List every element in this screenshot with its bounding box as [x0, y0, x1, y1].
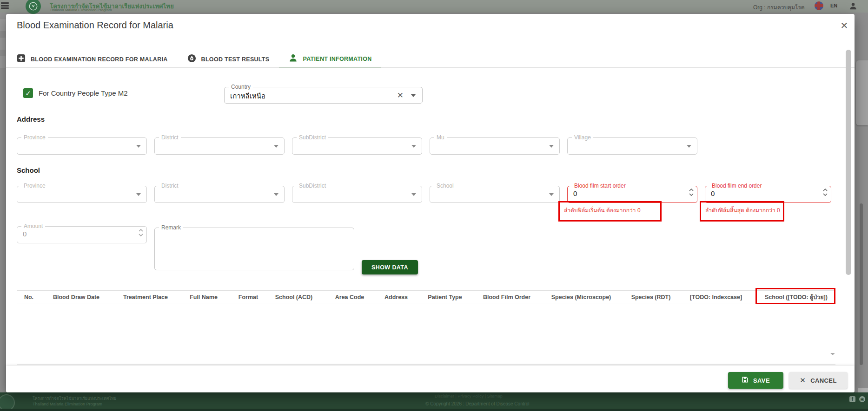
- footer-copyright: © Copyright 2026 : Department of Disease…: [425, 401, 530, 406]
- school-district-select[interactable]: District: [154, 186, 285, 203]
- app-subtitle: Thailand Malaria Elimination Program: [50, 8, 112, 12]
- blood-film-start-order-input[interactable]: Blood film start order 0: [567, 186, 697, 203]
- col-blood-film-order: Blood Film Order: [478, 294, 536, 300]
- clear-icon[interactable]: ✕: [397, 91, 404, 100]
- background-scrollbar[interactable]: [860, 203, 863, 365]
- country-select[interactable]: Country เกาหลีเหนือ ✕: [224, 87, 423, 104]
- medical-cross-icon: [17, 54, 26, 65]
- address-row: Province District SubDistrict Mu Village: [17, 137, 697, 155]
- blood-film-end-order-input[interactable]: Blood film end order 0: [705, 186, 831, 203]
- col-blood-draw-date: Blood Draw Date: [41, 294, 112, 300]
- cancel-button[interactable]: ✕ CANCEL: [789, 372, 848, 389]
- save-button[interactable]: SAVE: [728, 372, 783, 389]
- col-todo-indexcase: [TODO: Indexcase]: [675, 294, 757, 300]
- chevron-down-icon: [136, 193, 141, 196]
- remark-field[interactable]: Remark: [154, 228, 354, 270]
- background-panel-sliver: [856, 60, 868, 125]
- chevron-down-icon: [274, 145, 278, 148]
- modal-scrollbar[interactable]: [846, 50, 851, 275]
- tab-blood-examination-record[interactable]: BLOOD EXAMINATION RECORD FOR MALARIA: [17, 51, 178, 67]
- col-no: No.: [17, 294, 41, 300]
- col-patient-type: Patient Type: [412, 294, 478, 300]
- scroll-down-icon[interactable]: [830, 353, 835, 355]
- start-order-error: ลำดับฟิล์มเริ่มต้น ต้องมากกว่า 0: [560, 202, 660, 215]
- location-icon[interactable]: ◉: [859, 396, 865, 402]
- background-sidebar-sliver: [0, 13, 6, 392]
- col-area-code: Area Code: [319, 294, 380, 300]
- amount-input[interactable]: Amount 0: [17, 226, 147, 243]
- tab-blood-test-results[interactable]: BLOOD TEST RESULTS: [178, 51, 279, 67]
- checkmark-icon: ✓: [25, 89, 31, 98]
- org-label: Org : กรมควบคุมโรค: [753, 3, 805, 12]
- tab-label: BLOOD TEST RESULTS: [201, 56, 270, 63]
- last-column-annotation: [755, 288, 835, 304]
- chevron-down-icon: [411, 193, 416, 196]
- blood-exam-modal: Blood Examination Record for Malaria ✕ B…: [6, 14, 855, 392]
- checkbox-label: For Country People Type M2: [39, 89, 127, 97]
- tab-label: BLOOD EXAMINATION RECORD FOR MALARIA: [31, 56, 168, 63]
- footer-brand-line1: โครงการกำจัดโรคไข้มาลาเรียแห่งประเทศไทย: [33, 395, 116, 402]
- remark-textarea[interactable]: [155, 228, 354, 270]
- modal-action-bar: [6, 366, 855, 392]
- tabs-divider: [6, 67, 855, 68]
- number-spinner[interactable]: [689, 189, 694, 196]
- chevron-down-icon: [549, 145, 554, 148]
- col-address: Address: [380, 294, 412, 300]
- address-village-select[interactable]: Village: [567, 137, 697, 155]
- address-mu-select[interactable]: Mu: [430, 137, 560, 155]
- tab-label: PATIENT INFORMATION: [303, 56, 371, 62]
- person-icon: [289, 53, 298, 64]
- tab-patient-information[interactable]: PATIENT INFORMATION: [279, 51, 381, 68]
- show-data-button[interactable]: SHOW DATA: [362, 260, 418, 274]
- country-people-checkbox-row: ✓ For Country People Type M2: [23, 88, 127, 98]
- col-format: Format: [228, 294, 269, 300]
- cancel-x-icon: ✕: [800, 376, 806, 385]
- footer-links: Disclaimer | Privacy Policy | Sitemap: [435, 394, 503, 398]
- school-province-select[interactable]: Province: [17, 186, 147, 203]
- number-spinner[interactable]: [823, 189, 828, 196]
- close-icon[interactable]: ✕: [837, 19, 851, 33]
- address-district-select[interactable]: District: [154, 137, 285, 155]
- school-subdistrict-select[interactable]: SubDistrict: [292, 186, 422, 203]
- modal-tabs: BLOOD EXAMINATION RECORD FOR MALARIA BLO…: [17, 51, 381, 67]
- col-species-microscope: Species (Microscope): [536, 294, 627, 300]
- country-value: เกาหลีเหนือ: [225, 87, 422, 105]
- address-heading: Address: [17, 115, 45, 123]
- language-label[interactable]: EN: [830, 3, 837, 8]
- chevron-down-icon: [136, 145, 141, 148]
- user-account-icon[interactable]: [849, 2, 857, 12]
- col-species-rdt: Species (RDT): [627, 294, 675, 300]
- footer-brand-line2: Thailand Malaria Elimination Program: [33, 402, 102, 406]
- country-people-checkbox[interactable]: ✓: [23, 88, 33, 98]
- menu-icon[interactable]: [1, 2, 9, 9]
- col-school-acd: School (ACD): [269, 294, 319, 300]
- school-school-select[interactable]: School: [430, 186, 560, 203]
- start-order-error-annotation: ลำดับฟิล์มเริ่มต้น ต้องมากกว่า 0: [558, 201, 662, 222]
- col-full-name: Full Name: [179, 294, 228, 300]
- chevron-down-icon[interactable]: [411, 94, 416, 97]
- end-order-error: ลำดับฟิล์มสิ้นสุด ต้องมากกว่า 0: [701, 202, 783, 215]
- language-flag-icon[interactable]: [815, 1, 823, 10]
- save-disk-icon: [742, 376, 749, 385]
- modal-title: Blood Examination Record for Malaria: [17, 20, 173, 31]
- app-footer: โครงการกำจัดโรคไข้มาลาเรียแห่งประเทศไทย …: [0, 392, 868, 411]
- facebook-icon[interactable]: f: [849, 396, 855, 402]
- end-order-error-annotation: ลำดับฟิล์มสิ้นสุด ต้องมากกว่า 0: [700, 201, 784, 222]
- address-province-select[interactable]: Province: [17, 137, 147, 155]
- results-table-header: No. Blood Draw Date Treatment Place Full…: [17, 290, 835, 304]
- app-logo-icon: [26, 0, 41, 14]
- blood-drop-icon: [187, 54, 196, 65]
- chevron-down-icon: [411, 145, 416, 148]
- country-label: Country: [229, 84, 253, 90]
- results-table-body: [17, 304, 835, 365]
- app-header: โครงการกำจัดโรคไข้มาลาเรียแห่งประเทศไทย …: [0, 0, 868, 13]
- chevron-down-icon: [549, 193, 554, 196]
- school-heading: School: [17, 166, 40, 174]
- chevron-down-icon: [274, 193, 278, 196]
- col-treatment-place: Treatment Place: [112, 294, 179, 300]
- school-row: Province District SubDistrict School Blo…: [17, 186, 831, 203]
- address-subdistrict-select[interactable]: SubDistrict: [292, 137, 422, 155]
- number-spinner[interactable]: [139, 229, 143, 236]
- chevron-down-icon: [687, 145, 691, 148]
